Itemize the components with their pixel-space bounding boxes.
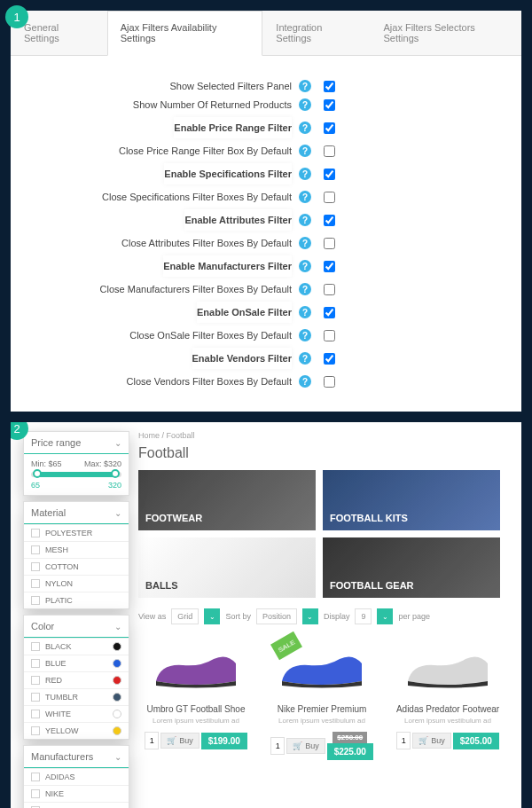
setting-checkbox[interactable] [324, 307, 335, 318]
buy-button[interactable]: 🛒Buy [286, 738, 325, 754]
checkbox-icon [31, 773, 40, 781]
option-label: NIKE [45, 789, 64, 798]
setting-label: Show Selected Filters Panel [169, 81, 292, 91]
product-card[interactable]: Umbro GT Football Shoe Lorem ipsum vesti… [138, 637, 254, 760]
setting-checkbox[interactable] [324, 169, 335, 180]
tabs: General Settings Ajax Filters Availabili… [11, 11, 521, 56]
option-label: COTTON [45, 562, 79, 571]
setting-row: Show Number Of Returned Products ? [37, 98, 495, 111]
help-icon[interactable]: ? [299, 214, 311, 226]
setting-checkbox[interactable] [324, 284, 335, 295]
filter-option[interactable]: BLACK [24, 638, 129, 655]
old-price: $250.00 [332, 732, 367, 743]
filter-option[interactable]: RED [24, 671, 129, 688]
help-icon[interactable]: ? [299, 168, 311, 180]
checkbox-icon [31, 693, 40, 702]
slider-handle-max[interactable] [111, 469, 120, 478]
product-card[interactable]: SALE Nike Premier Premium Lorem ipsum ve… [264, 637, 379, 760]
filter-title: Price range [31, 437, 81, 448]
help-icon[interactable]: ? [299, 237, 311, 249]
display-select[interactable]: 9 [355, 608, 372, 624]
checkbox-icon [31, 789, 40, 798]
help-icon[interactable]: ? [299, 98, 311, 111]
qty-input[interactable] [396, 732, 411, 749]
buy-button[interactable]: 🛒Buy [412, 733, 451, 749]
checkbox-icon [31, 545, 40, 554]
slider-handle-min[interactable] [33, 469, 42, 478]
buy-button[interactable]: 🛒Buy [160, 733, 200, 749]
sortby-select[interactable]: Position [256, 608, 297, 624]
price-max-val: 320 [108, 481, 121, 490]
help-icon[interactable]: ? [299, 375, 311, 388]
help-icon[interactable]: ? [299, 122, 311, 134]
help-icon[interactable]: ? [299, 145, 311, 157]
setting-checkbox[interactable] [324, 376, 335, 388]
help-icon[interactable]: ? [299, 80, 311, 92]
price-max-label: Max: $320 [84, 459, 121, 468]
checkbox-icon [31, 726, 40, 735]
qty-input[interactable] [145, 732, 159, 749]
setting-row: Close Price Range Filter Box By Default … [37, 145, 495, 157]
setting-checkbox[interactable] [324, 238, 335, 249]
filter-option[interactable]: NYLON [24, 575, 129, 592]
checkbox-icon [31, 710, 40, 718]
help-icon[interactable]: ? [299, 329, 311, 341]
category-card[interactable]: FOOTBALL GEAR [323, 537, 500, 598]
setting-checkbox[interactable] [324, 81, 335, 92]
setting-checkbox[interactable] [324, 192, 335, 203]
help-icon[interactable]: ? [299, 191, 311, 203]
filter-option[interactable]: PUMA [24, 802, 129, 808]
display-dd-icon[interactable]: ⌄ [377, 608, 393, 624]
filter-option[interactable]: YELLOW [24, 722, 129, 739]
tab-selectors[interactable]: Ajax Filters Selectors Settings [371, 11, 522, 55]
help-icon[interactable]: ? [299, 260, 311, 272]
product-card[interactable]: Adidas Predator Footwear Lorem ipsum ves… [390, 637, 505, 760]
filter-title: Color [31, 621, 54, 631]
option-label: POLYESTER [45, 529, 92, 537]
setting-checkbox[interactable] [324, 215, 335, 226]
filter-option[interactable]: WHITE [24, 705, 129, 722]
filter-option[interactable]: BLUE [24, 655, 129, 671]
setting-label: Close Manufacturers Filter Boxes By Defa… [100, 284, 292, 294]
filter-option[interactable]: NIKE [24, 785, 129, 802]
setting-row: Enable Attributes Filter ? [37, 209, 495, 231]
help-icon[interactable]: ? [299, 352, 311, 365]
filter-option[interactable]: COTTON [24, 558, 129, 575]
category-card[interactable]: BALLS [138, 537, 316, 598]
cart-icon: 🛒 [293, 741, 302, 750]
setting-row: Enable Specifications Filter ? [37, 163, 495, 184]
product-desc: Lorem ipsum vestibulum ad [390, 717, 505, 725]
setting-row: Close OnSale Filter Boxes By Default ? [37, 329, 495, 341]
checkbox-icon [31, 676, 40, 685]
filter-head[interactable]: Color ⌄ [24, 616, 129, 638]
filter-head[interactable]: Material ⌄ [24, 502, 129, 524]
setting-checkbox[interactable] [324, 261, 335, 272]
category-card[interactable]: FOOTBALL KITS [323, 470, 500, 530]
setting-checkbox[interactable] [324, 122, 335, 134]
help-icon[interactable]: ? [299, 283, 311, 295]
filter-option[interactable]: ADIDAS [24, 768, 129, 785]
product-name: Nike Premier Premium [264, 704, 379, 714]
filter-option[interactable]: PLATIC [24, 592, 129, 608]
viewas-dd-icon[interactable]: ⌄ [204, 608, 220, 624]
filter-option[interactable]: MESH [24, 541, 129, 558]
filter-option[interactable]: POLYESTER [24, 524, 129, 541]
filter-head[interactable]: Manufacturers ⌄ [24, 746, 129, 768]
viewas-select[interactable]: Grid [171, 608, 199, 624]
category-label: FOOTBALL KITS [330, 513, 408, 523]
filter-manufacturers: Manufacturers ⌄ ADIDASNIKEPUMAUMBRO [23, 745, 129, 808]
qty-input[interactable] [270, 737, 285, 755]
setting-checkbox[interactable] [324, 330, 335, 341]
category-card[interactable]: FOOTWEAR [138, 470, 316, 530]
setting-checkbox[interactable] [324, 145, 335, 157]
price-slider[interactable] [31, 472, 121, 477]
setting-checkbox[interactable] [324, 99, 335, 111]
breadcrumb[interactable]: Home / Football [138, 431, 509, 440]
tab-availability[interactable]: Ajax Filters Availability Settings [107, 11, 263, 56]
tab-integration[interactable]: Integration Settings [262, 11, 370, 55]
filter-head[interactable]: Price range ⌄ [24, 432, 129, 454]
filter-option[interactable]: TUMBLR [24, 688, 129, 705]
help-icon[interactable]: ? [299, 306, 311, 318]
setting-checkbox[interactable] [324, 353, 335, 365]
sortby-dd-icon[interactable]: ⌄ [302, 608, 318, 624]
